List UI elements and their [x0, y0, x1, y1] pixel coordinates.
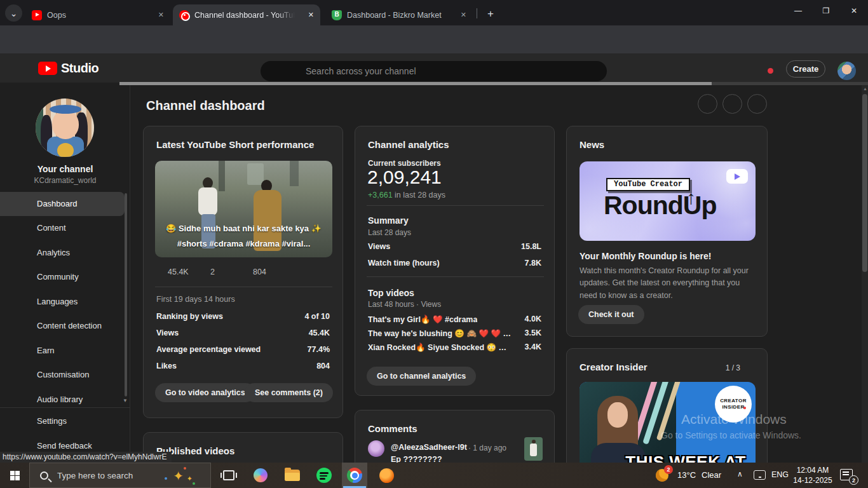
scroll-up-icon[interactable]: ▲	[863, 86, 867, 91]
short-caption-line1: 😂 Sidhe muh baat nhi kar sakte kya ✨	[159, 224, 329, 233]
weather-desc[interactable]: Clear	[702, 470, 721, 480]
header-action-circle-2[interactable]	[722, 94, 742, 114]
comment-text: Ep ????????	[391, 455, 442, 463]
go-to-channel-analytics-button[interactable]: Go to channel analytics	[367, 367, 476, 386]
sidebar-item-content-detection[interactable]: Content detection	[0, 314, 125, 338]
chrome-button[interactable]	[342, 463, 367, 488]
start-button[interactable]	[0, 463, 29, 488]
top-video-views: 3.4K	[525, 342, 541, 351]
sidebar-item-audio-library[interactable]: Audio library	[0, 388, 125, 412]
badge-line1: CREATOR	[720, 398, 747, 404]
touch-keyboard-icon[interactable]	[754, 470, 766, 480]
comments-card-title: Comments	[368, 423, 417, 434]
page-scrollbar[interactable]: ▲	[862, 85, 868, 463]
youtube-favicon	[32, 10, 42, 20]
sidebar-item-languages[interactable]: Languages	[0, 290, 125, 314]
close-tab-icon[interactable]: ✕	[158, 11, 164, 19]
browser-toolbar: ← → ✕ studio.youtube.com/channel/UCDiHVK…	[0, 25, 868, 53]
taskbar-search-placeholder: Type here to search	[57, 471, 133, 480]
comments-card: Comments @AleezaSadheer-l9t · 1 day ago …	[355, 410, 555, 463]
top-video-title[interactable]: The way he's blushing 😊 🙈 ❤️ ❤️ #cdrama …	[368, 329, 513, 338]
taskbar-clock[interactable]: 12:04 AM 14-12-2025	[790, 465, 835, 485]
file-explorer-button[interactable]	[280, 463, 305, 488]
channel-analytics-card: Channel analytics Current subscribers 2,…	[355, 126, 555, 396]
close-window-button[interactable]: ✕	[840, 0, 868, 22]
header-action-circle-3[interactable]	[747, 94, 767, 114]
page-content: Your channel KCdramatic_world Dashboard …	[0, 85, 868, 463]
channel-label: Your channel	[0, 164, 130, 174]
weather-button[interactable]: 2	[656, 468, 672, 483]
studio-search-input[interactable]: Search across your channel	[261, 61, 607, 81]
maximize-button[interactable]: ❐	[812, 0, 840, 22]
youtube-play-icon	[38, 62, 57, 75]
copilot-icon	[254, 468, 268, 482]
tab-title: Dashboard - Bizkro Market	[347, 11, 442, 20]
copilot-button[interactable]	[248, 463, 273, 488]
windows-logo-icon	[10, 471, 20, 480]
news-headline: Your Monthly Roundup is here!	[580, 251, 711, 261]
activate-windows-watermark-sub: Go to Settings to activate Windows.	[661, 430, 801, 440]
create-button[interactable]: Create	[786, 60, 825, 78]
short-thumbnail[interactable]: 😂 Sidhe muh baat nhi kar sakte kya ✨ #sh…	[155, 161, 332, 257]
row-value: 45.4K	[309, 329, 330, 337]
page-scrollbar-thumb[interactable]	[862, 94, 867, 272]
header-action-circle-1[interactable]	[698, 94, 717, 114]
insider-card-title: Creator Insider	[580, 362, 648, 372]
close-tab-icon[interactable]: ✕	[461, 11, 466, 19]
banner-tag: YouTube Creator	[606, 178, 690, 191]
weather-temp[interactable]: 13°C	[677, 470, 696, 480]
sidebar-item-dashboard[interactable]: Dashboard	[0, 192, 125, 216]
minimize-button[interactable]: —	[784, 0, 812, 22]
tray-chevron-icon[interactable]: ∧	[737, 470, 743, 478]
tab-oops[interactable]: Oops ✕	[25, 4, 170, 25]
go-to-video-analytics-button[interactable]: Go to video analytics	[155, 383, 255, 402]
sidebar-item-analytics[interactable]: Analytics	[0, 241, 125, 265]
top-video-title[interactable]: That's my Girl🔥 ❤️ #cdrama	[368, 315, 477, 324]
browser-tab-strip: ⌄ Oops ✕ Channel dashboard - YouTube S ✕…	[0, 0, 868, 25]
spotify-button[interactable]	[311, 463, 337, 488]
youtube-studio-logo[interactable]: Studio	[38, 61, 98, 76]
tab-title: Oops	[47, 11, 66, 20]
published-videos-card: Published videos	[143, 432, 343, 463]
sidebar-item-earn[interactable]: Earn	[0, 339, 125, 363]
new-tab-button[interactable]: +	[483, 6, 498, 22]
sidebar-item-settings[interactable]: Settings	[0, 409, 125, 433]
news-banner-image[interactable]: YouTube Creator RoundUp ↑	[580, 161, 756, 241]
sidebar-scroll-down-icon[interactable]: ▼	[123, 398, 128, 403]
comment-video-thumbnail[interactable]	[524, 437, 543, 461]
language-indicator[interactable]: ENG	[771, 470, 789, 479]
tab-separator	[477, 8, 477, 18]
row-label: Likes	[156, 362, 177, 370]
fl-studio-button[interactable]	[374, 463, 399, 488]
short-card-title: Latest YouTube Short performance	[156, 139, 314, 150]
commenter-avatar[interactable]	[368, 440, 384, 457]
delta-value: +3,661	[368, 191, 393, 200]
check-it-out-button[interactable]: Check it out	[578, 305, 644, 324]
task-view-button[interactable]	[216, 463, 241, 488]
folder-icon	[285, 470, 300, 481]
close-tab-icon[interactable]: ✕	[308, 11, 314, 19]
sidebar-item-customisation[interactable]: Customisation	[0, 363, 125, 387]
sidebar-item-community[interactable]: Community	[0, 265, 125, 289]
insider-counter: 1 / 3	[726, 363, 740, 372]
row-value: 804	[316, 362, 330, 370]
commenter-handle[interactable]: @AleezaSadheer-l9t	[391, 443, 467, 452]
account-avatar[interactable]	[837, 62, 856, 80]
sidebar-scrollbar-thumb[interactable]	[125, 193, 127, 396]
top-videos-title: Top videos	[368, 288, 414, 298]
top-video-title[interactable]: Xian Rocked🔥 Siyue Shocked 😳 😂 #cdrama #…	[368, 342, 513, 352]
sidebar-item-content[interactable]: Content	[0, 216, 125, 240]
comment-time: · 1 day ago	[468, 444, 506, 452]
tab-search-button[interactable]: ⌄	[5, 4, 22, 22]
see-comments-button[interactable]: See comments (2)	[245, 383, 333, 402]
subscribers-count: 2,09,241	[367, 166, 442, 188]
tab-bizkro-market[interactable]: Dashboard - Bizkro Market ✕	[325, 4, 473, 25]
youtube-studio-favicon	[179, 10, 189, 20]
tab-channel-dashboard[interactable]: Channel dashboard - YouTube S ✕	[173, 4, 320, 25]
short-likes-stat: 804	[253, 268, 266, 276]
taskbar: Type here to search ✦ ✦ 2 13°	[0, 463, 868, 488]
row-label: Ranking by views	[156, 312, 223, 321]
subscribers-delta: +3,661 in last 28 days	[368, 191, 445, 200]
taskbar-search-input[interactable]: Type here to search ✦ ✦	[29, 463, 211, 488]
channel-avatar[interactable]	[36, 98, 94, 157]
